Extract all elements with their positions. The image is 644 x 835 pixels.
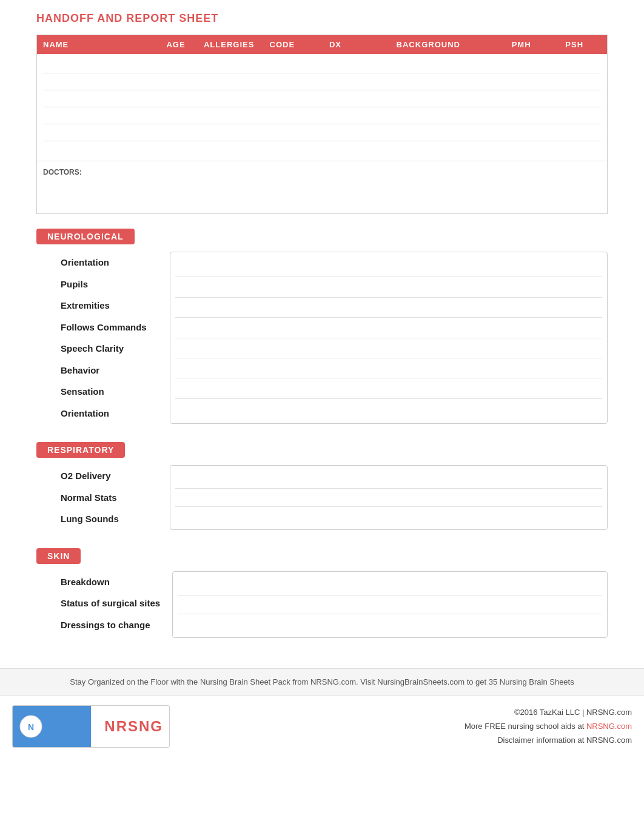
col-psh: PSH <box>548 40 601 49</box>
table-row[interactable] <box>43 107 601 124</box>
footer-bottom: N NRSNG ©2016 TazKai LLC | NRSNG.com Mor… <box>0 695 644 757</box>
skin-body: Breakdown Status of surgical sites Dress… <box>36 571 608 638</box>
nrsng-logo-icon: N <box>19 714 43 739</box>
neurological-section: NEUROLOGICAL Orientation Pupils Extremit… <box>36 229 608 424</box>
note-line[interactable] <box>175 399 602 418</box>
note-line[interactable] <box>175 378 602 398</box>
svg-text:N: N <box>28 722 34 732</box>
footer-promo: Stay Organized on the Floor with the Nur… <box>0 668 644 695</box>
neuro-label-sensation: Sensation <box>61 381 158 403</box>
neurological-body: Orientation Pupils Extremities Follows C… <box>36 252 608 424</box>
skin-labels: Breakdown Status of surgical sites Dress… <box>36 571 160 638</box>
neurological-header: NEUROLOGICAL <box>36 229 135 244</box>
neuro-label-behavior: Behavior <box>61 360 158 381</box>
note-line[interactable] <box>175 358 602 378</box>
respiratory-labels: O2 Delivery Normal Stats Lung Sounds <box>36 465 158 530</box>
col-pmh: PMH <box>495 40 548 49</box>
col-background: BACKGROUND <box>362 40 495 49</box>
resp-label-o2delivery: O2 Delivery <box>61 465 158 487</box>
neuro-label-pupils: Pupils <box>61 273 158 295</box>
logo-nrsng-text: NRSNG <box>104 718 163 735</box>
neurological-notes[interactable] <box>170 252 608 424</box>
col-allergies: ALLERGIES <box>203 40 256 49</box>
footer-logo: N NRSNG <box>12 705 170 748</box>
patient-table: NAME AGE ALLERGIES CODE DX BACKGROUND PM… <box>36 35 608 214</box>
doctors-section: DOCTORS: <box>37 161 607 213</box>
note-line[interactable] <box>175 471 602 489</box>
note-line[interactable] <box>175 298 602 318</box>
page-container: HANDOFF AND REPORT SHEET NAME AGE ALLERG… <box>0 0 644 668</box>
copyright-line: ©2016 TazKai LLC | NRSNG.com <box>170 705 632 719</box>
patient-table-header: NAME AGE ALLERGIES CODE DX BACKGROUND PM… <box>37 35 607 54</box>
resp-label-lungsounds: Lung Sounds <box>61 508 158 530</box>
patient-rows <box>37 54 607 161</box>
respiratory-header: RESPIRATORY <box>36 442 125 458</box>
skin-label-dressings: Dressings to change <box>61 614 160 636</box>
respiratory-section: RESPIRATORY O2 Delivery Normal Stats Lun… <box>36 442 608 530</box>
neuro-label-speech-clarity: Speech Clarity <box>61 338 158 360</box>
respiratory-body: O2 Delivery Normal Stats Lung Sounds <box>36 465 608 530</box>
respiratory-notes[interactable] <box>170 465 608 530</box>
note-line[interactable] <box>175 507 602 525</box>
free-aids-text: More FREE nursing school aids at <box>465 722 584 731</box>
note-line[interactable] <box>178 614 602 632</box>
table-row[interactable] <box>43 141 601 158</box>
note-line[interactable] <box>175 489 602 507</box>
neuro-label-follows-commands: Follows Commands <box>61 317 158 338</box>
footer-copyright: ©2016 TazKai LLC | NRSNG.com More FREE n… <box>170 705 632 748</box>
table-row[interactable] <box>43 90 601 107</box>
neuro-label-extremities: Extremities <box>61 295 158 317</box>
neurological-labels: Orientation Pupils Extremities Follows C… <box>36 252 158 424</box>
disclaimer-line: Disclaimer information at NRSNG.com <box>170 733 632 747</box>
skin-label-breakdown: Breakdown <box>61 571 160 593</box>
skin-header: SKIN <box>36 548 81 564</box>
col-code: CODE <box>255 40 309 49</box>
table-row[interactable] <box>43 56 601 73</box>
col-age: AGE <box>149 40 203 49</box>
note-line[interactable] <box>178 577 602 595</box>
neuro-label-orientation1: Orientation <box>61 252 158 273</box>
note-line[interactable] <box>175 318 602 338</box>
note-line[interactable] <box>175 277 602 297</box>
note-line[interactable] <box>175 338 602 358</box>
nrsng-link[interactable]: NRSNG.com <box>586 722 632 731</box>
doctors-label: DOCTORS: <box>43 168 82 176</box>
page-title: HANDOFF AND REPORT SHEET <box>36 12 608 25</box>
col-dx: DX <box>309 40 362 49</box>
skin-label-surgical-sites: Status of surgical sites <box>61 592 160 614</box>
col-name: NAME <box>43 40 149 49</box>
skin-section: SKIN Breakdown Status of surgical sites … <box>36 548 608 638</box>
promo-text: Stay Organized on the Floor with the Nur… <box>70 677 574 686</box>
resp-label-normalstats: Normal Stats <box>61 487 158 509</box>
neuro-label-orientation2: Orientation <box>61 403 158 424</box>
table-row[interactable] <box>43 73 601 90</box>
free-aids-line: More FREE nursing school aids at NRSNG.c… <box>170 719 632 733</box>
note-line[interactable] <box>175 257 602 277</box>
note-line[interactable] <box>178 595 602 614</box>
table-row[interactable] <box>43 124 601 141</box>
skin-notes[interactable] <box>172 571 608 638</box>
